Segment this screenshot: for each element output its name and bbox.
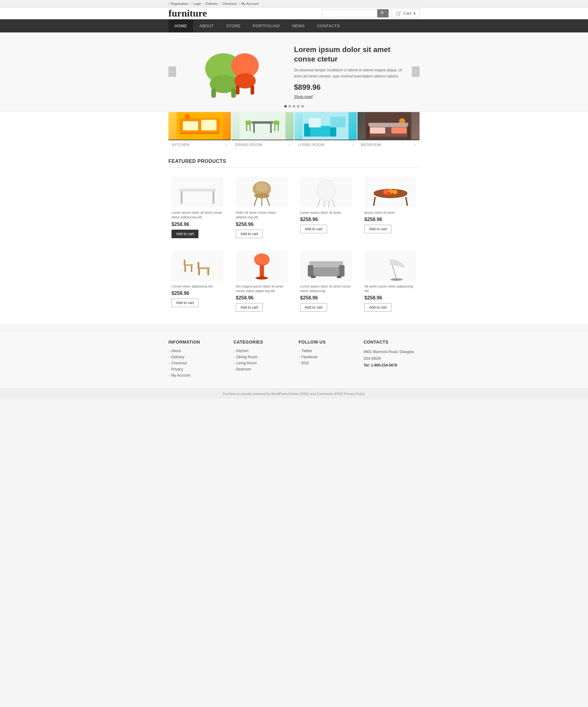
product-2-desc: Dolor sit amet conse ctetur adipisic-ing… [236,210,288,220]
product-3-desc: Lorem ipsum dolor sit amet [300,210,352,215]
svg-rect-76 [311,276,316,278]
topbar-checkout[interactable]: › Checkout [221,2,237,5]
category-living-label: LIVING ROOM › [294,140,357,149]
footer-twitter[interactable]: Twitter [301,349,312,353]
footer-information-title: INFORMATION [168,340,225,344]
product-7-image [300,250,352,281]
svg-rect-3 [231,89,236,98]
nav-portfoliao[interactable]: PORTFOLIAO [247,19,286,32]
search-button[interactable]: 🔍 [377,9,389,18]
dot-3[interactable] [293,105,295,107]
category-kitchen[interactable]: KITCHEN › [168,112,231,149]
svg-line-48 [318,200,320,207]
svg-rect-66 [198,269,200,275]
svg-point-79 [390,278,403,281]
category-kitchen-label: KITCHEN › [168,140,231,149]
product-7-add-to-cart[interactable]: Add to cart [300,303,327,312]
categories-grid: KITCHEN › [168,112,420,149]
topbar-login[interactable]: › Login [191,2,201,5]
product-1-add-to-cart[interactable]: Add to cart [171,230,198,238]
svg-rect-40 [213,191,215,204]
dot-1[interactable] [284,105,287,107]
category-bedroom-label: BEDROOM › [357,140,420,149]
svg-rect-23 [278,125,279,131]
footer-cat-dining[interactable]: Dining Room [236,355,258,359]
footer-cat-living[interactable]: Living Room [236,361,257,365]
footer-link-myaccount[interactable]: My Account [171,373,190,377]
svg-rect-36 [407,126,410,138]
cart-button[interactable]: 🛒 Cart: ▾ [392,8,420,18]
product-6-image [236,250,288,281]
footer-rss[interactable]: RSS [301,361,309,365]
hero-prev-button[interactable]: ‹ [168,66,176,77]
product-3-add-to-cart[interactable]: Add to cart [300,225,327,233]
svg-rect-19 [246,125,247,131]
footer-contact-info: 8901 Marmora Road, Glasgow, D04 89GR Tel… [364,349,420,369]
product-4-desc: Ipsum dolor sit amet [364,210,417,215]
svg-rect-72 [309,266,343,276]
nav-contacts[interactable]: CONTACTS [311,19,346,32]
hero-next-button[interactable]: › [412,66,420,77]
category-bedroom-text: BEDROOM [361,143,381,147]
product-6-add-to-cart[interactable]: Add to cart [236,303,263,312]
footer-bottom-text: Furniture is proudly powered by WordPres… [223,392,365,396]
category-bedroom-arrow: › [415,143,416,147]
footer-facebook[interactable]: Facebook [301,355,318,359]
svg-rect-73 [309,261,343,267]
svg-rect-33 [370,127,385,134]
product-5-image [171,250,224,281]
topbar-delivery[interactable]: › Delivery [204,2,218,5]
svg-rect-11 [201,120,217,130]
hero-shop-now[interactable]: Shop now! [294,94,313,99]
svg-rect-62 [184,266,186,272]
svg-rect-21 [274,121,279,125]
product-3-image [300,177,352,207]
nav-home[interactable]: HOME [168,19,193,32]
nav-store[interactable]: STORE [220,19,247,32]
nav-news[interactable]: NEWS [286,19,311,32]
product-8: Sit amet conse ctetur adipisicing elit $… [361,247,420,315]
svg-rect-77 [337,276,341,278]
footer-information: INFORMATION About Delivery Checkout Priv… [168,340,225,379]
product-5-add-to-cart[interactable]: Add to cart [171,299,198,307]
product-6-price: $258.96 [236,295,288,301]
footer-link-privacy[interactable]: Privacy [171,367,183,371]
svg-point-59 [387,192,391,195]
dot-2[interactable] [289,105,291,107]
category-living-image [294,112,357,140]
footer-cat-bedroom[interactable]: Bedroom [236,367,252,371]
products-grid: Lorem ipsum dolor sit amet conse ctetur … [168,174,420,315]
product-4-add-to-cart[interactable]: Add to cart [364,225,391,233]
footer-tel: Tel: 1-800-234-5678 [364,363,397,367]
topbar-registration[interactable]: › Registration [168,2,188,5]
product-1-desc: Lorem ipsum dolor sit amet conse ctetur … [171,210,224,220]
svg-point-47 [317,180,335,201]
svg-rect-18 [246,121,251,125]
dot-5[interactable] [301,105,304,107]
category-living[interactable]: LIVING ROOM › [294,112,357,149]
category-dining[interactable]: DINING ROOM › [231,112,294,149]
svg-rect-17 [270,124,272,133]
footer-link-about[interactable]: About [171,349,181,353]
product-4-image [364,177,417,207]
footer-link-delivery[interactable]: Delivery [171,355,184,359]
product-8-desc: Sit amet conse ctetur adipisicing elit [364,284,417,294]
product-8-add-to-cart[interactable]: Add to cart [364,303,391,312]
dot-4[interactable] [297,105,299,107]
footer-follow-title: FOLLOW US [299,340,355,344]
search-input[interactable] [322,9,377,18]
footer-cat-kitchen[interactable]: Kitchen [236,349,249,353]
category-bedroom[interactable]: BEDROOM › [357,112,420,149]
category-dining-label: DINING ROOM › [231,140,294,149]
hero-description: Do eiusmod tempor incididunt ut labore e… [294,67,404,79]
topbar-myaccount[interactable]: › My Account [239,2,259,5]
svg-rect-38 [179,189,216,191]
footer-categories-title: CATEGORIES [234,340,290,344]
footer-link-checkout[interactable]: Checkout [171,361,187,365]
product-2-add-to-cart[interactable]: Add to cart [236,230,263,238]
footer-categories: CATEGORIES Kitchen Dining Room Living Ro… [234,340,290,379]
product-8-price: $258.96 [364,295,417,301]
nav-about[interactable]: ABOUT [193,19,220,32]
category-dining-arrow: › [289,143,290,147]
svg-rect-61 [184,260,185,265]
